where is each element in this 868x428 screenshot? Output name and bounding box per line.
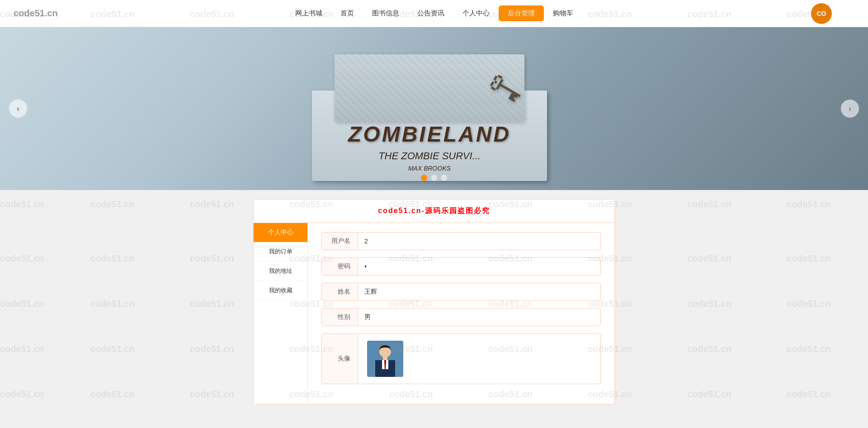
sidebar-item-profile[interactable]: 个人中心 [254, 223, 307, 242]
svg-rect-2 [383, 357, 387, 360]
avatar-image[interactable] [367, 341, 403, 377]
username-label: 用户名 [322, 233, 358, 250]
user-sidebar: 个人中心 我的订单 我的地址 我的收藏 [254, 223, 308, 404]
banner-next-button[interactable]: › [841, 100, 859, 118]
nav-item-cart[interactable]: 购物车 [544, 5, 582, 21]
gender-input[interactable] [358, 309, 600, 325]
realname-row: 姓名 [321, 283, 601, 301]
banner-dot-3[interactable] [441, 175, 447, 181]
main-nav: 网上书城 首页 图书信息 公告资讯 个人中心 后台管理 购物车 [286, 5, 582, 21]
password-row: 密码 [321, 257, 601, 276]
avatar-label: 头像 [322, 334, 358, 384]
book-author: MAX BROOKS [408, 165, 451, 172]
book-subtitle: THE ZOMBIE SURVI... [378, 150, 481, 162]
book-stack: ALICE IN ZOMBIELAND THE ZOMBIE SURVI... … [298, 54, 570, 181]
realname-label: 姓名 [322, 283, 358, 300]
header: code51.cn 网上书城 首页 图书信息 公告资讯 个人中心 后台管理 购物… [0, 0, 868, 27]
user-avatar[interactable]: CO [811, 3, 832, 24]
nav-item-home[interactable]: 首页 [331, 5, 363, 21]
gender-row: 性别 [321, 308, 601, 326]
nav-item-bookstore[interactable]: 网上书城 [286, 5, 331, 21]
banner-dots [421, 175, 447, 181]
nav-item-profile[interactable]: 个人中心 [453, 5, 499, 21]
sidebar-item-favorites[interactable]: 我的收藏 [254, 281, 307, 300]
banner: ALICE IN ZOMBIELAND THE ZOMBIE SURVI... … [0, 27, 868, 190]
banner-content: ALICE IN ZOMBIELAND THE ZOMBIE SURVI... … [0, 27, 868, 190]
site-logo: code51.cn [14, 8, 58, 19]
book-title-line2: ZOMBIELAND [348, 122, 511, 147]
gender-label: 性别 [322, 309, 358, 326]
banner-book-visual: ALICE IN ZOMBIELAND THE ZOMBIE SURVI... … [231, 36, 637, 181]
nav-item-admin[interactable]: 后台管理 [499, 5, 544, 21]
password-label: 密码 [322, 258, 358, 275]
card-body: 个人中心 我的订单 我的地址 我的收藏 用户名 密码 姓 [254, 223, 614, 404]
user-info-card: code51.cn-源码乐园盗图必究 个人中心 我的订单 我的地址 我的收藏 用… [253, 199, 615, 404]
nav-item-news[interactable]: 公告资讯 [408, 5, 453, 21]
realname-input[interactable] [358, 284, 600, 300]
avatar-svg [367, 341, 403, 377]
banner-dot-2[interactable] [431, 175, 437, 181]
banner-prev-button[interactable]: ‹ [9, 100, 27, 118]
nav-item-books[interactable]: 图书信息 [363, 5, 408, 21]
sidebar-item-address[interactable]: 我的地址 [254, 262, 307, 281]
avatar-content [358, 334, 600, 384]
password-input[interactable] [358, 258, 600, 275]
user-form: 用户名 密码 姓名 性别 [308, 223, 614, 404]
card-header: code51.cn-源码乐园盗图必究 [254, 200, 614, 223]
username-row: 用户名 [321, 232, 601, 250]
avatar-row: 头像 [321, 333, 601, 384]
sidebar-item-orders[interactable]: 我的订单 [254, 242, 307, 262]
main-content: code51.cn-源码乐园盗图必究 个人中心 我的订单 我的地址 我的收藏 用… [0, 190, 868, 423]
username-input[interactable] [358, 233, 600, 249]
banner-dot-1[interactable] [421, 175, 427, 181]
